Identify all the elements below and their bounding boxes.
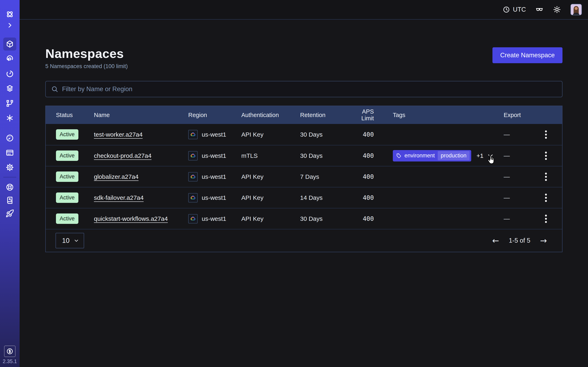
auth-value: API Key xyxy=(241,131,300,138)
col-header-tags: Tags xyxy=(374,112,504,118)
timer-icon xyxy=(6,69,14,78)
table-header-row: Status Name Region Authentication Retent… xyxy=(46,106,562,124)
page-subtitle: 5 Namespaces created (100 limit) xyxy=(45,63,128,69)
namespaces-table: Status Name Region Authentication Retent… xyxy=(45,106,562,252)
search-icon xyxy=(51,85,58,93)
lifebuoy-icon xyxy=(6,183,14,192)
sidebar-item-nexus[interactable] xyxy=(3,97,16,110)
retention-value: 14 Days xyxy=(300,194,348,201)
sidebar-item-support[interactable] xyxy=(3,181,16,194)
row-menu-button[interactable] xyxy=(543,170,549,184)
sidebar-item-namespaces[interactable] xyxy=(3,38,16,50)
aps-value: 400 xyxy=(348,152,374,159)
namespace-link[interactable]: test-worker.a27a4 xyxy=(94,131,143,138)
region-label: us-west1 xyxy=(202,131,226,138)
kebab-icon xyxy=(545,193,547,202)
chevron-right-icon xyxy=(6,22,13,29)
sidebar-item-getting-started[interactable] xyxy=(3,207,16,220)
sidebar: 2.35.1 xyxy=(0,0,20,367)
export-value: — xyxy=(504,215,562,222)
retention-value: 30 Days xyxy=(300,131,348,138)
namespace-link[interactable]: globalizer.a27a4 xyxy=(94,173,139,180)
credits-button[interactable] xyxy=(4,346,16,357)
gcp-region-icon xyxy=(188,193,198,202)
filter-input[interactable] xyxy=(62,85,557,93)
col-header-aps-limit: APS Limit xyxy=(348,108,374,122)
sidebar-item-deployments[interactable] xyxy=(3,82,16,95)
row-menu-button[interactable] xyxy=(543,128,549,141)
sidebar-item-batch[interactable] xyxy=(3,111,16,125)
tag-value: production xyxy=(438,151,470,160)
filter-bar[interactable] xyxy=(45,81,562,97)
sidebar-item-settings[interactable] xyxy=(3,161,16,174)
clock-icon xyxy=(503,6,510,13)
page-size-value: 10 xyxy=(62,237,70,244)
table-row: Active globalizer.a27a4 us-west1 API Key… xyxy=(46,166,562,187)
chevron-down-icon xyxy=(487,152,494,159)
row-menu-button[interactable] xyxy=(543,191,549,205)
aps-value: 400 xyxy=(348,173,374,180)
gcp-region-icon xyxy=(188,172,198,182)
tags-expand-button[interactable] xyxy=(487,152,494,159)
export-value: — xyxy=(504,173,562,180)
pagination: ← 1-5 of 5 → xyxy=(492,236,547,245)
tag-key: environment xyxy=(405,152,435,159)
prev-page-button[interactable]: ← xyxy=(492,236,499,245)
sun-icon xyxy=(553,6,561,14)
gcp-region-icon xyxy=(188,130,198,139)
namespace-link[interactable]: quickstart-workflows.a27a4 xyxy=(94,215,168,222)
row-menu-button[interactable] xyxy=(543,149,549,162)
sidebar-item-workflows[interactable] xyxy=(3,52,16,65)
kebab-icon xyxy=(545,130,547,139)
col-header-status: Status xyxy=(56,112,94,118)
namespace-link[interactable]: checkout-prod.a27a4 xyxy=(94,152,151,159)
book-sparkle-icon xyxy=(6,196,14,205)
tags-more-count: +1 xyxy=(476,152,484,159)
logo-icon xyxy=(5,10,14,19)
region-label: us-west1 xyxy=(202,215,226,222)
sidebar-expand-button[interactable] xyxy=(3,19,16,32)
status-badge: Active xyxy=(56,213,78,224)
sidebar-item-schedules[interactable] xyxy=(3,67,16,80)
tag-chip[interactable]: environment production xyxy=(393,150,471,161)
row-menu-button[interactable] xyxy=(543,212,549,225)
theme-toggle-button[interactable] xyxy=(553,6,561,14)
aps-value: 400 xyxy=(348,131,374,138)
table-row: Active quickstart-workflows.a27a4 us-wes… xyxy=(46,208,562,229)
retention-value: 7 Days xyxy=(300,173,348,180)
table-footer: 10 ← 1-5 of 5 → xyxy=(46,229,562,252)
page-size-select[interactable]: 10 xyxy=(56,233,84,248)
status-badge: Active xyxy=(56,150,78,161)
table-row: Active checkout-prod.a27a4 us-west1 mTLS… xyxy=(46,145,562,166)
cube-icon xyxy=(6,40,14,48)
branch-icon xyxy=(6,99,14,108)
region-label: us-west1 xyxy=(202,152,226,159)
status-badge: Active xyxy=(56,192,78,203)
swirl-icon xyxy=(6,54,14,63)
user-avatar[interactable] xyxy=(571,4,582,15)
labs-button[interactable] xyxy=(535,6,544,14)
namespace-link[interactable]: sdk-failover.a27a4 xyxy=(94,194,144,201)
auth-value: API Key xyxy=(241,215,300,222)
topbar: UTC xyxy=(20,0,588,20)
pagination-range: 1-5 of 5 xyxy=(509,237,530,244)
timezone-button[interactable]: UTC xyxy=(503,6,526,13)
timezone-label: UTC xyxy=(513,6,526,13)
table-row: Active sdk-failover.a27a4 us-west1 API K… xyxy=(46,187,562,208)
kebab-icon xyxy=(545,214,547,224)
region-label: us-west1 xyxy=(202,173,226,180)
rocket-icon xyxy=(6,209,14,218)
asterisk-icon xyxy=(6,114,14,122)
sidebar-item-usage[interactable] xyxy=(3,132,16,145)
table-row: Active test-worker.a27a4 us-west1 API Ke… xyxy=(46,124,562,145)
sidebar-item-billing[interactable] xyxy=(3,146,16,159)
credit-card-icon xyxy=(6,149,14,157)
sidebar-item-docs[interactable] xyxy=(3,194,16,207)
page-title: Namespaces xyxy=(45,47,128,60)
create-namespace-button[interactable]: Create Namespace xyxy=(493,47,562,63)
next-page-button[interactable]: → xyxy=(540,236,547,245)
dollar-seal-icon xyxy=(6,347,14,355)
gcp-region-icon xyxy=(188,214,198,224)
glasses-icon xyxy=(535,6,544,14)
chevron-down-icon xyxy=(73,238,79,243)
